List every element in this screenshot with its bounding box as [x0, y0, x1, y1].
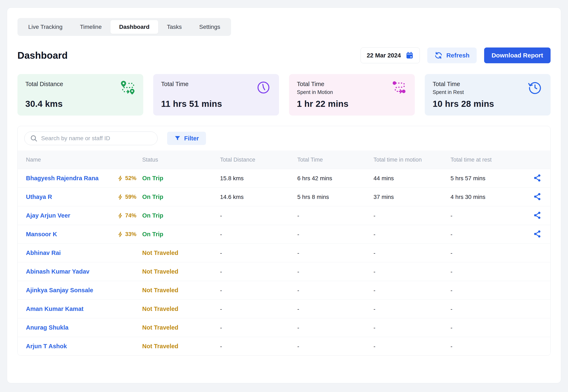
battery-percent: 33% — [125, 231, 136, 238]
total-time-cell: - — [297, 306, 374, 312]
date-value: 22 Mar 2024 — [367, 52, 401, 59]
stat-value: 30.4 kms — [25, 99, 135, 109]
staff-name-link[interactable]: Mansoor K — [26, 231, 57, 238]
col-header-name: Name — [26, 157, 117, 163]
route-icon — [120, 80, 135, 95]
total-distance-cell: - — [220, 268, 297, 275]
total-distance-cell: - — [220, 306, 297, 312]
status-badge: Not Traveled — [142, 268, 178, 275]
stat-value: 1 hr 22 mins — [297, 99, 407, 109]
stat-value: 10 hrs 28 mins — [433, 99, 543, 109]
time-at-rest-cell: - — [451, 324, 533, 331]
share-button[interactable] — [533, 211, 542, 220]
time-at-rest-cell: - — [451, 343, 533, 350]
tab-timeline[interactable]: Timeline — [71, 20, 110, 34]
tab-dashboard[interactable]: Dashboard — [110, 20, 158, 34]
col-header-total-time: Total Time — [297, 157, 374, 163]
main-panel: Live Tracking Timeline Dashboard Tasks S… — [7, 7, 561, 383]
stat-card-total-time: Total Time 11 hrs 51 mins — [153, 74, 279, 115]
staff-name-link[interactable]: Arjun T Ashok — [26, 343, 67, 350]
total-distance-cell: 15.8 kms — [220, 175, 297, 182]
search-icon — [30, 134, 38, 142]
page-header: Dashboard 22 Mar 2024 — [17, 47, 551, 63]
time-at-rest-cell: - — [451, 212, 533, 219]
refresh-label: Refresh — [446, 52, 470, 59]
table-row: Abinash Kumar Yadav Not Traveled - - - - — [18, 262, 550, 281]
staff-name-link[interactable]: Aman Kumar Kamat — [26, 306, 84, 312]
status-badge: Not Traveled — [142, 343, 178, 350]
tab-settings[interactable]: Settings — [190, 20, 229, 34]
staff-name-link[interactable]: Ajay Arjun Veer — [26, 212, 70, 219]
stat-label: Total Distance — [25, 81, 63, 87]
battery-cell: 59% — [117, 194, 142, 200]
total-distance-cell: - — [220, 324, 297, 331]
staff-name-link[interactable]: Abhinav Rai — [26, 250, 61, 256]
time-in-motion-cell: - — [374, 250, 451, 256]
table-row: Ajinkya Sanjay Sonsale Not Traveled - - … — [18, 281, 550, 299]
stat-card-time-in-motion: Total Time Spent in Motion 1 hr 22 mins — [289, 74, 415, 115]
total-distance-cell: - — [220, 287, 297, 294]
battery-cell: 52% — [117, 175, 142, 182]
time-in-motion-cell: - — [374, 343, 451, 350]
time-in-motion-cell: - — [374, 212, 451, 219]
staff-name-link[interactable]: Bhagyesh Rajendra Rana — [26, 175, 99, 182]
stat-value: 11 hrs 51 mins — [161, 99, 271, 109]
status-badge: On Trip — [142, 175, 163, 182]
stat-label: Total Time — [433, 81, 464, 87]
battery-bolt-icon — [117, 213, 124, 219]
table-body: Bhagyesh Rajendra Rana 52% On Trip 15.8 … — [18, 169, 550, 355]
refresh-button[interactable]: Refresh — [427, 47, 477, 63]
tab-live-tracking[interactable]: Live Tracking — [19, 20, 71, 34]
table-row: Mansoor K 33% On Trip - - - - — [18, 225, 550, 243]
share-button[interactable] — [533, 174, 542, 182]
stat-cards: Total Distance 30.4 kms — [17, 74, 551, 115]
calendar-icon — [406, 51, 414, 59]
table-header-row: Name Status Total Distance Total Time To… — [18, 151, 550, 169]
filter-icon — [174, 135, 181, 142]
time-in-motion-cell: 37 mins — [374, 194, 451, 200]
time-at-rest-cell: 4 hrs 30 mins — [451, 194, 533, 200]
status-badge: On Trip — [142, 194, 163, 200]
time-at-rest-cell: - — [451, 268, 533, 275]
battery-percent: 59% — [125, 194, 136, 200]
time-at-rest-cell: - — [451, 231, 533, 238]
history-clock-icon — [527, 80, 543, 95]
staff-name-link[interactable]: Anurag Shukla — [26, 324, 69, 331]
time-at-rest-cell: - — [451, 306, 533, 312]
total-time-cell: - — [297, 324, 374, 331]
battery-bolt-icon — [117, 231, 124, 238]
staff-name-link[interactable]: Uthaya R — [26, 194, 52, 200]
total-distance-cell: - — [220, 343, 297, 350]
staff-name-link[interactable]: Abinash Kumar Yadav — [26, 268, 89, 275]
battery-bolt-icon — [117, 175, 124, 182]
download-report-button[interactable]: Download Report — [484, 47, 551, 63]
time-in-motion-cell: 44 mins — [374, 175, 451, 182]
date-picker[interactable]: 22 Mar 2024 — [361, 47, 420, 63]
time-at-rest-cell: - — [451, 287, 533, 294]
search-row: Filter — [18, 126, 550, 151]
battery-bolt-icon — [117, 194, 124, 200]
battery-cell: 33% — [117, 231, 142, 238]
col-header-status: Status — [142, 157, 220, 163]
header-actions: 22 Mar 2024 — [361, 47, 551, 63]
time-in-motion-cell: - — [374, 306, 451, 312]
status-badge: Not Traveled — [142, 250, 178, 256]
staff-name-link[interactable]: Ajinkya Sanjay Sonsale — [26, 287, 93, 294]
table-row: Anurag Shukla Not Traveled - - - - — [18, 318, 550, 337]
share-button[interactable] — [533, 192, 542, 201]
search-input[interactable] — [41, 135, 152, 142]
col-header-time-at-rest: Total time at rest — [451, 157, 533, 163]
battery-percent: 52% — [125, 175, 136, 182]
total-time-cell: - — [297, 250, 374, 256]
share-button[interactable] — [533, 230, 542, 238]
search-box — [24, 131, 158, 145]
clock-icon — [256, 80, 271, 95]
stat-label: Total Time — [297, 81, 333, 87]
filter-button[interactable]: Filter — [167, 132, 206, 145]
tab-tasks[interactable]: Tasks — [158, 20, 190, 34]
battery-percent: 74% — [125, 212, 136, 219]
total-time-cell: - — [297, 231, 374, 238]
staff-table-card: Filter Name Status Total Distance Total … — [17, 126, 551, 356]
table-row: Abhinav Rai Not Traveled - - - - — [18, 243, 550, 262]
status-badge: Not Traveled — [142, 306, 178, 312]
